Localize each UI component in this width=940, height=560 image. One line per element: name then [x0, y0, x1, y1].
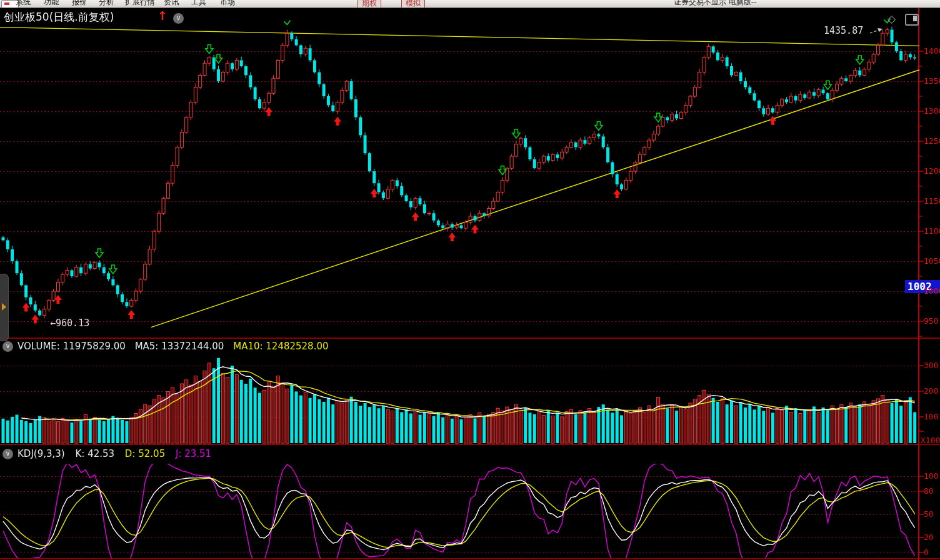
menu-item-3[interactable]: 分析	[99, 0, 114, 8]
price-axis-label: 1100	[924, 226, 940, 236]
chart-title: 创业板50(日线.前复权)	[4, 10, 114, 24]
expand-arrow-icon	[2, 303, 6, 311]
menu-item-6[interactable]: 工具	[191, 0, 206, 8]
price-axis-label: 1250	[924, 136, 940, 146]
lowest-price-annotation: ←960.13	[50, 318, 89, 329]
collapse-volume-button[interactable]: ∨	[2, 340, 13, 352]
menu-note: 证券交易不显示 电脑版--	[674, 0, 756, 8]
collapse-main-chart-button[interactable]: ∨	[173, 12, 184, 24]
price-axis-label: 1150	[924, 196, 940, 206]
menu-item-0[interactable]: 系统	[16, 0, 31, 8]
price-axis-label: 950	[924, 316, 938, 326]
kdj-axis-label: 20	[924, 532, 934, 542]
chevron-down-icon: ∨	[173, 13, 184, 24]
kdj-header: KDJ(9,3,3) K: 42.53 D: 52.05 J: 23.51	[18, 448, 211, 459]
volume-axis-label: 100	[924, 412, 938, 421]
price-axis-label: 1400	[924, 46, 940, 56]
price-axis-label: 1300	[924, 106, 940, 116]
chevron-down-icon: ∨	[2, 341, 13, 352]
menu-item-highlight-1[interactable]: 模拟	[401, 0, 425, 8]
menu-bar: 系统功能报价分析扩展行情资讯工具市场期权模拟 证券交易不显示 电脑版--	[0, 0, 940, 8]
highest-price-annotation: 1435.87	[824, 25, 863, 36]
volume-axis-label: 300	[924, 361, 938, 370]
kdj-axis-label: 80	[924, 486, 934, 496]
volume-header: VOLUME: 11975829.00 MA5: 13372144.00 MA1…	[18, 341, 329, 352]
price-axis-label: 1000	[924, 286, 940, 296]
split-panel-icon[interactable]	[905, 14, 919, 26]
diamond-tool-icon[interactable]: ◇	[888, 12, 896, 25]
price-axis-label: 1200	[924, 166, 940, 176]
menu-item-4[interactable]: 扩展行情	[125, 0, 155, 8]
kdj-axis-label: 50	[924, 509, 934, 519]
chevron-down-icon: ∨	[2, 449, 13, 459]
app-window: 系统功能报价分析扩展行情资讯工具市场期权模拟 证券交易不显示 电脑版-- 创业板…	[0, 0, 940, 560]
kdj-name: KDJ(9,3,3)	[18, 448, 65, 459]
volume-ma5-value: MA5: 13372144.00	[135, 341, 224, 352]
price-axis-label: 1350	[924, 76, 940, 86]
collapse-kdj-button[interactable]: ∨	[2, 448, 13, 459]
price-axis-label: 1050	[924, 256, 940, 266]
menu-item-2[interactable]: 报价	[72, 0, 87, 8]
volume-axis-label: 200	[924, 386, 938, 396]
menu-item-highlight-0[interactable]: 期权	[358, 0, 381, 8]
kdj-axis-label: 0	[924, 548, 929, 557]
menu-item-5[interactable]: 资讯	[164, 0, 179, 8]
volume-value: VOLUME: 11975829.00	[18, 341, 126, 352]
sidebar-expand-handle[interactable]	[0, 274, 9, 341]
kdj-k-value: K: 42.53	[75, 448, 114, 459]
kdj-d-value: D: 52.05	[125, 448, 165, 459]
kdj-axis-label: 100	[924, 471, 938, 481]
chart-canvas[interactable]	[0, 0, 940, 560]
menu-item-7[interactable]: 市场	[220, 0, 235, 8]
up-arrow-icon: ↑	[158, 9, 168, 22]
volume-ma10-value: MA10: 12482528.00	[233, 341, 328, 352]
kdj-j-value: J: 23.51	[176, 448, 211, 459]
menu-item-1[interactable]: 功能	[44, 0, 59, 8]
volume-axis-unit: X10000	[921, 436, 940, 445]
